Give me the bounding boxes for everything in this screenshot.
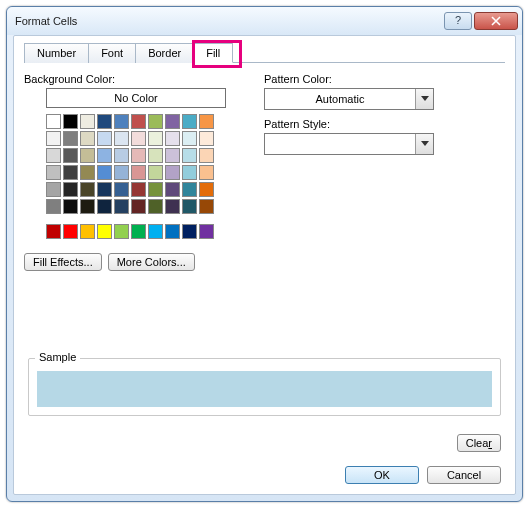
standard-color-swatch[interactable] [148, 224, 163, 239]
standard-color-swatch[interactable] [114, 224, 129, 239]
color-swatch[interactable] [165, 165, 180, 180]
color-swatch[interactable] [165, 199, 180, 214]
standard-color-swatch[interactable] [46, 224, 61, 239]
pattern-section: Pattern Color: Automatic Pattern Style: [264, 73, 505, 271]
theme-color-grid [46, 114, 234, 214]
background-color-section: Background Color: No Color Fill Effects.… [24, 73, 234, 271]
color-swatch[interactable] [63, 114, 78, 129]
help-icon: ? [453, 16, 463, 26]
color-swatch[interactable] [46, 148, 61, 163]
color-swatch[interactable] [182, 114, 197, 129]
color-swatch[interactable] [199, 165, 214, 180]
color-swatch[interactable] [131, 182, 146, 197]
color-swatch[interactable] [148, 182, 163, 197]
color-swatch[interactable] [148, 148, 163, 163]
tab-number[interactable]: Number [24, 43, 89, 63]
dialog-footer: OK Cancel [345, 466, 501, 484]
standard-color-swatch[interactable] [131, 224, 146, 239]
ok-button[interactable]: OK [345, 466, 419, 484]
help-button[interactable]: ? [444, 12, 472, 30]
color-swatch[interactable] [165, 148, 180, 163]
close-button[interactable] [474, 12, 518, 30]
color-swatch[interactable] [199, 131, 214, 146]
color-swatch[interactable] [46, 182, 61, 197]
color-swatch[interactable] [165, 131, 180, 146]
color-swatch[interactable] [63, 148, 78, 163]
sample-preview [37, 371, 492, 407]
color-swatch[interactable] [182, 165, 197, 180]
standard-color-swatch[interactable] [63, 224, 78, 239]
color-swatch[interactable] [131, 114, 146, 129]
color-swatch[interactable] [80, 148, 95, 163]
standard-color-swatch[interactable] [199, 224, 214, 239]
color-swatch[interactable] [63, 165, 78, 180]
color-swatch[interactable] [182, 131, 197, 146]
color-swatch[interactable] [63, 199, 78, 214]
pattern-color-value: Automatic [265, 93, 415, 105]
standard-color-swatch[interactable] [97, 224, 112, 239]
chevron-down-icon [415, 89, 433, 109]
color-swatch[interactable] [148, 165, 163, 180]
color-swatch[interactable] [199, 114, 214, 129]
color-swatch[interactable] [131, 131, 146, 146]
tab-strip: Number Font Border Fill [24, 42, 505, 63]
window-title: Format Cells [15, 15, 442, 27]
color-swatch[interactable] [114, 114, 129, 129]
color-swatch[interactable] [114, 199, 129, 214]
standard-color-swatch[interactable] [182, 224, 197, 239]
standard-color-swatch[interactable] [165, 224, 180, 239]
color-swatch[interactable] [97, 114, 112, 129]
color-swatch[interactable] [80, 131, 95, 146]
color-swatch[interactable] [80, 114, 95, 129]
color-swatch[interactable] [46, 199, 61, 214]
color-swatch[interactable] [80, 199, 95, 214]
color-swatch[interactable] [80, 165, 95, 180]
color-swatch[interactable] [63, 131, 78, 146]
color-swatch[interactable] [131, 148, 146, 163]
color-swatch[interactable] [114, 182, 129, 197]
color-swatch[interactable] [182, 199, 197, 214]
tab-font[interactable]: Font [88, 43, 136, 63]
svg-text:?: ? [455, 16, 461, 26]
color-swatch[interactable] [46, 165, 61, 180]
color-swatch[interactable] [97, 131, 112, 146]
color-swatch[interactable] [97, 148, 112, 163]
color-swatch[interactable] [114, 165, 129, 180]
no-color-button[interactable]: No Color [46, 88, 226, 108]
pattern-style-combo[interactable] [264, 133, 434, 155]
color-swatch[interactable] [46, 114, 61, 129]
color-swatch[interactable] [148, 199, 163, 214]
color-swatch[interactable] [182, 182, 197, 197]
pattern-style-label: Pattern Style: [264, 118, 505, 130]
color-swatch[interactable] [199, 148, 214, 163]
color-swatch[interactable] [199, 199, 214, 214]
color-swatch[interactable] [182, 148, 197, 163]
color-swatch[interactable] [131, 165, 146, 180]
color-swatch[interactable] [148, 131, 163, 146]
tab-fill[interactable]: Fill [193, 43, 233, 63]
fill-effects-button[interactable]: Fill Effects... [24, 253, 102, 271]
color-swatch[interactable] [148, 114, 163, 129]
color-swatch[interactable] [165, 114, 180, 129]
color-swatch[interactable] [97, 165, 112, 180]
pattern-color-combo[interactable]: Automatic [264, 88, 434, 110]
clear-button[interactable]: Clear [457, 434, 501, 452]
color-swatch[interactable] [114, 131, 129, 146]
color-swatch[interactable] [165, 182, 180, 197]
cancel-button[interactable]: Cancel [427, 466, 501, 484]
color-swatch[interactable] [131, 199, 146, 214]
format-cells-dialog: Format Cells ? Number Font Border Fill B… [6, 6, 523, 502]
color-swatch[interactable] [80, 182, 95, 197]
color-swatch[interactable] [97, 182, 112, 197]
color-swatch[interactable] [63, 182, 78, 197]
more-colors-button[interactable]: More Colors... [108, 253, 195, 271]
standard-color-swatch[interactable] [80, 224, 95, 239]
color-swatch[interactable] [97, 199, 112, 214]
color-swatch[interactable] [46, 131, 61, 146]
close-icon [491, 16, 501, 26]
color-swatch[interactable] [114, 148, 129, 163]
tab-border[interactable]: Border [135, 43, 194, 63]
color-swatch[interactable] [199, 182, 214, 197]
sample-label: Sample [35, 351, 80, 363]
chevron-down-icon [415, 134, 433, 154]
